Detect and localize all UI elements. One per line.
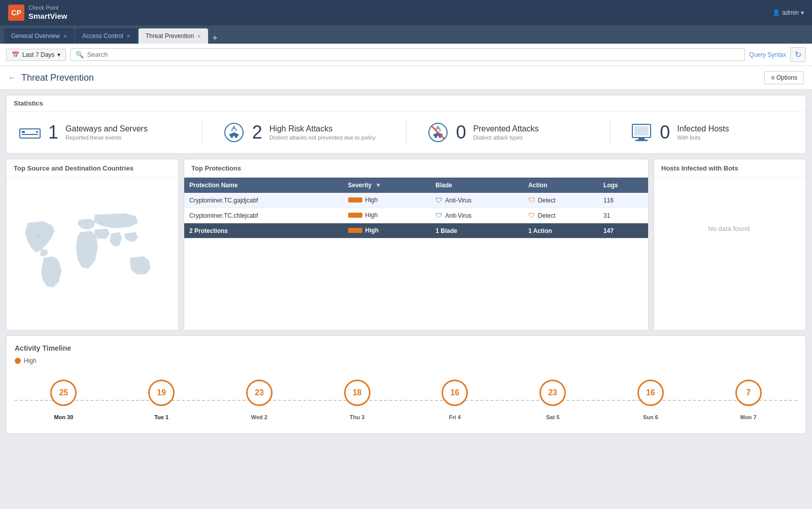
col-severity[interactable]: Severity ▼ xyxy=(343,178,431,193)
summary-action: 1 Action xyxy=(523,223,598,239)
product-name: SmartView xyxy=(28,12,67,21)
action-icon-2: 🛡 xyxy=(528,212,535,219)
back-button[interactable]: ← xyxy=(8,73,16,82)
high-risk-info: High Risk Attacks Distinct attacks not p… xyxy=(269,124,376,141)
protections-panel: Top Protections Protection Name Severity… xyxy=(184,159,649,330)
summary-row[interactable]: 2 Protections High 1 Blade 1 Action 147 xyxy=(184,223,648,239)
timeline-circle-3: 18 xyxy=(344,380,370,406)
infected-icon xyxy=(630,121,653,144)
statistics-section: Statistics 1 Gateways and Servers Report… xyxy=(6,95,806,154)
panels-row: Top Source and Destination Countries xyxy=(6,159,806,330)
prevented-subtitle: Distinct attack types xyxy=(473,134,539,141)
close-threat-tab-icon[interactable]: ✕ xyxy=(197,33,201,39)
timeline-label-6: Sun 6 xyxy=(643,414,658,420)
stat-prevented: 0 Prevented Attacks Distinct attack type… xyxy=(427,121,590,144)
timeline-chart: 25 Mon 30 19 Tue 1 23 Wed 2 18 Thu 3 16 xyxy=(15,375,797,425)
divider-1 xyxy=(202,120,202,145)
statistics-grid: 1 Gateways and Servers Reported these ev… xyxy=(7,112,805,153)
close-general-tab-icon[interactable]: ✕ xyxy=(63,33,67,39)
protections-title: Top Protections xyxy=(184,159,648,178)
table-row[interactable]: Cryptominer.TC.gajdjcabf High 🛡 Anti-Vir… xyxy=(184,193,648,208)
logo-icon: CP xyxy=(8,5,24,21)
tab-access-control[interactable]: Access Control ✕ xyxy=(75,28,138,44)
table-row[interactable]: Cryptominer.TC.cfdejcabf High 🛡 Anti-Vir… xyxy=(184,208,648,223)
search-input[interactable] xyxy=(87,51,739,58)
divider-3 xyxy=(610,120,610,145)
timeline-label-3: Thu 3 xyxy=(350,414,364,420)
high-risk-icon xyxy=(223,121,245,144)
query-syntax-button[interactable]: Query Syntax xyxy=(749,51,786,58)
col-protection-name[interactable]: Protection Name xyxy=(184,178,343,193)
summary-severity-bar xyxy=(348,228,362,233)
logs-2: 31 xyxy=(598,208,648,223)
action-label-2: Detect xyxy=(538,212,556,219)
summary-severity-label: High xyxy=(365,227,379,234)
col-blade[interactable]: Blade xyxy=(430,178,523,193)
date-range-label: Last 7 Days xyxy=(22,51,54,58)
timeline-circle-0: 25 xyxy=(50,380,77,406)
timeline-day-0: 25 Mon 30 xyxy=(50,380,77,420)
gateways-count: 1 xyxy=(48,123,58,142)
user-icon: 👤 xyxy=(772,9,780,16)
tab-general-overview[interactable]: General Overview ✕ xyxy=(4,28,74,44)
timeline-day-3: 18 Thu 3 xyxy=(344,380,370,420)
summary-severity: High xyxy=(343,223,431,239)
blade-icon-1: 🛡 xyxy=(435,196,442,204)
refresh-button[interactable]: ↻ xyxy=(790,47,806,62)
countries-title: Top Source and Destination Countries xyxy=(7,159,178,178)
timeline-circle-2: 23 xyxy=(246,380,273,406)
activity-timeline-section: Activity Timeline High 25 Mon 30 19 Tue … xyxy=(6,335,806,434)
page-header: ← Threat Prevention ≡ Options xyxy=(0,66,812,90)
close-access-tab-icon[interactable]: ✕ xyxy=(126,33,130,39)
date-range-picker[interactable]: 📅 Last 7 Days ▾ xyxy=(6,49,66,61)
gateways-subtitle: Reported these events xyxy=(65,134,148,141)
no-data-message: No data found. xyxy=(654,178,805,279)
svg-rect-10 xyxy=(634,126,649,135)
blade-2: 🛡 Anti-Virus xyxy=(430,208,523,223)
search-icon: 🔍 xyxy=(76,51,84,58)
table-body: Cryptominer.TC.gajdjcabf High 🛡 Anti-Vir… xyxy=(184,193,648,239)
divider-2 xyxy=(406,120,407,145)
map-container xyxy=(7,178,178,330)
user-menu[interactable]: 👤 admin ▾ xyxy=(772,9,804,16)
severity-2: High xyxy=(343,208,431,223)
timeline-label-5: Sat 5 xyxy=(546,414,559,420)
high-risk-subtitle: Distinct attacks not prevented due to po… xyxy=(269,134,376,141)
infected-title: Infected Hosts xyxy=(677,124,729,133)
timeline-day-7: 7 Mon 7 xyxy=(735,380,762,420)
timeline-legend: High xyxy=(15,357,797,364)
prevented-count: 0 xyxy=(456,123,466,142)
logo-section: CP Check Point SmartView xyxy=(8,5,67,21)
world-map xyxy=(12,188,173,320)
search-container: 🔍 xyxy=(70,48,745,61)
hosts-panel: Hosts Infected with Bots No data found. xyxy=(654,159,806,330)
logs-1: 116 xyxy=(598,193,648,208)
action-1: 🛡 Detect xyxy=(523,193,598,208)
col-logs[interactable]: Logs xyxy=(598,178,648,193)
prevented-title: Prevented Attacks xyxy=(473,124,539,133)
prevented-icon xyxy=(427,121,449,144)
svg-rect-2 xyxy=(22,134,38,135)
options-button[interactable]: ≡ Options xyxy=(764,71,804,84)
timeline-circle-1: 19 xyxy=(148,380,175,406)
date-dropdown-icon: ▾ xyxy=(57,51,60,58)
countries-panel: Top Source and Destination Countries xyxy=(6,159,179,330)
svg-rect-1 xyxy=(22,131,25,133)
timeline-day-1: 19 Tue 1 xyxy=(148,380,175,420)
timeline-day-6: 16 Sun 6 xyxy=(637,380,664,420)
statistics-title: Statistics xyxy=(7,95,805,112)
legend-dot xyxy=(15,358,21,364)
add-tab-button[interactable]: + xyxy=(208,33,222,44)
tab-threat-prevention[interactable]: Threat Prevention ✕ xyxy=(139,28,208,44)
svg-point-13 xyxy=(37,235,40,237)
toolbar: 📅 Last 7 Days ▾ 🔍 Query Syntax ↻ xyxy=(0,44,812,66)
table-header: Protection Name Severity ▼ Blade Action … xyxy=(184,178,648,193)
protection-name-2: Cryptominer.TC.cfdejcabf xyxy=(184,208,343,223)
timeline-items: 25 Mon 30 19 Tue 1 23 Wed 2 18 Thu 3 16 xyxy=(15,380,797,420)
timeline-day-5: 23 Sat 5 xyxy=(539,380,566,420)
timeline-title: Activity Timeline xyxy=(15,344,797,352)
tab-general-label: General Overview xyxy=(11,32,60,40)
blade-label-2: Anti-Virus xyxy=(445,212,471,219)
col-action[interactable]: Action xyxy=(523,178,598,193)
tab-access-label: Access Control xyxy=(82,32,123,40)
